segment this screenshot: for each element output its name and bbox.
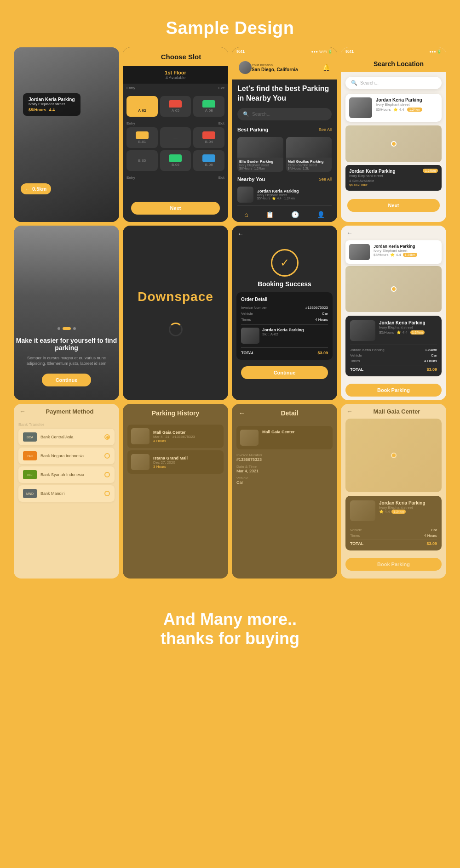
bsi-radio[interactable] xyxy=(104,472,110,477)
continue-btn[interactable]: Continue xyxy=(42,374,92,386)
map-detail-back[interactable]: ← xyxy=(346,229,353,237)
next-btn-container: Next xyxy=(123,194,228,222)
search-icon: 🔍 xyxy=(243,111,249,117)
search-bar[interactable]: 🔍 Search... xyxy=(237,108,332,120)
search-next-btn[interactable]: Next xyxy=(347,199,440,212)
screen-ar-view: Jordan Keria Parking Ivory Elephant stre… xyxy=(14,47,119,222)
mandiri-logo: MND xyxy=(23,489,37,498)
slot-next-btn[interactable]: Next xyxy=(131,202,220,215)
nav-clock-icon[interactable]: 🕐 xyxy=(291,211,299,218)
slot-b08[interactable]: B-08 xyxy=(193,150,224,171)
history-item-1[interactable]: Mall Gaia Center Mar 4, '21 #1336675323 … xyxy=(127,425,224,448)
booking-success-title: Booking Success xyxy=(232,280,337,288)
nav-profile-icon[interactable]: 👤 xyxy=(317,211,325,218)
detail-times-row: Times 4 Hours xyxy=(350,359,437,363)
invoice-field-label: Invoice Number xyxy=(236,453,333,457)
nav-search-icon[interactable]: 📋 xyxy=(266,211,274,218)
bni-radio[interactable] xyxy=(104,453,110,459)
floor-info: 1st Floor 4 Available xyxy=(123,66,228,84)
mall-back-icon[interactable]: ← xyxy=(346,408,353,415)
map-pin-2 xyxy=(391,286,397,292)
payment-mandiri[interactable]: MND Bank Mandiri xyxy=(18,485,115,502)
screen-search-location: 9:41 ●●● 🔋 ← Search Location 🔍 Search...… xyxy=(341,47,446,222)
invoice-row: Invoice Number #1336675523 xyxy=(241,306,328,310)
mall-park-name: Jordan Keria Parking xyxy=(379,500,426,505)
booking-continue-btn[interactable]: Continue xyxy=(241,366,328,379)
detail-rows: Jordan Keria Parking 1.24km Vehicle Car … xyxy=(350,345,437,372)
history-name-2: Istana Grand Mall xyxy=(153,456,220,460)
mall-book-btn[interactable]: Book Parking xyxy=(345,558,442,571)
detail-vehicle-value: Car xyxy=(431,353,437,357)
search-next-btn-container: Next xyxy=(341,193,446,217)
nearby-see-all[interactable]: See All xyxy=(319,177,332,182)
best-see-all[interactable]: See All xyxy=(319,127,332,132)
result-thumb-1 xyxy=(349,97,372,118)
detail-card-header: Jordan Keria Parking Ivory Elephant stre… xyxy=(350,320,437,341)
slot-back-btn[interactable]: ← xyxy=(130,53,136,61)
notification-icon[interactable]: 🔔 xyxy=(322,64,330,71)
payment-bsi[interactable]: BSI Bank Syariah Indonesia xyxy=(18,466,115,483)
nearby-item-1[interactable]: Jordan Keria Parking Ivory Elephant stre… xyxy=(237,184,332,206)
mall-vehicle-row: Vehicle Car xyxy=(350,528,437,532)
slot-a02[interactable]: A-02 xyxy=(126,96,158,117)
nav-home-icon[interactable]: ⌂ xyxy=(244,211,248,218)
footer-text-1: And Many more.. xyxy=(9,610,451,629)
slot-title: Choose Slot xyxy=(141,53,221,61)
history-date-2: Dec 27, 2020 xyxy=(153,460,220,465)
search-result-1[interactable]: Jordan Keria Parking Ivory Elephant stre… xyxy=(345,94,442,122)
mall-times-row: Times 4 Hours xyxy=(350,533,437,538)
bottom-nav: ⌂ 📋 🕐 👤 xyxy=(232,207,337,222)
slot-b06[interactable]: B-06 xyxy=(160,150,191,171)
screen-onboarding: Make it easier for yourself to find park… xyxy=(14,226,119,400)
detail-vehicle-field: Vehicle Car xyxy=(236,476,333,485)
booking-header: ← xyxy=(232,226,337,242)
search-input-container[interactable]: 🔍 Search... xyxy=(345,77,442,89)
screen-mall-map: ← Mall Gaia Center Jordan Keria Parking … xyxy=(341,404,446,579)
parking-card-2[interactable]: Mall Gozilas Parking Elizan Garden stree… xyxy=(286,137,332,172)
payment-section-label: Bank Transfer xyxy=(18,422,115,427)
order-detail-section: Order Detail Invoice Number #1336675523 … xyxy=(236,292,333,360)
payment-bca[interactable]: BCA Bank Central Asia xyxy=(18,429,115,445)
detail-thumb xyxy=(350,320,375,341)
parking-card-1[interactable]: Elia Garder Parking Ivory Elephant stree… xyxy=(237,137,283,172)
parking-cards: Elia Garder Parking Ivory Elephant stree… xyxy=(237,137,332,172)
detail-back-btn[interactable]: ← xyxy=(239,409,245,417)
history-item-2[interactable]: Istana Grand Mall Dec 27, 2020 3 Hours xyxy=(127,450,224,474)
mandiri-radio[interactable] xyxy=(104,491,110,496)
history-duration-2: 3 Hours xyxy=(153,465,220,469)
search-back-btn[interactable]: ← xyxy=(346,60,353,68)
booking-continue-container: Continue xyxy=(232,360,337,383)
slot-b04[interactable]: B-04 xyxy=(193,127,224,148)
slot-empty[interactable]: — xyxy=(160,127,191,148)
bca-logo: BCA xyxy=(23,432,37,442)
detail-vehicle-label2: Vehicle xyxy=(236,476,333,480)
search-input-icon: 🔍 xyxy=(351,80,357,86)
slot-b05[interactable]: B-05 xyxy=(126,150,158,171)
bca-radio[interactable] xyxy=(104,434,110,440)
find-status-bar: 9:41 ●●●WiFi🔋 xyxy=(232,47,337,56)
booking-back-btn[interactable]: ← xyxy=(237,230,244,238)
mall-result-card[interactable]: Jordan Keria Parking Ivory Elephant stre… xyxy=(345,496,442,550)
search-status-bar: 9:41 ●●● 🔋 xyxy=(341,47,446,56)
slot-grid[interactable]: A-02 A-05 A-08 xyxy=(123,92,228,120)
slot-grid-2[interactable]: B-01 — B-04 B-05 B-06 xyxy=(123,126,228,175)
payment-back-icon[interactable]: ← xyxy=(19,408,26,415)
detail-header-bar: ← Detail xyxy=(232,404,337,422)
dark-result-dist: 1.24km xyxy=(423,169,438,173)
screen-choose-slot: ← Choose Slot 1st Floor 4 Available Entr… xyxy=(123,47,228,222)
slot-b01[interactable]: B-01 xyxy=(126,127,158,148)
slot-a08[interactable]: A-08 xyxy=(193,96,224,117)
find-city: San Diego, California xyxy=(252,67,322,72)
parking-img-1 xyxy=(237,137,283,158)
payment-bni[interactable]: BNI Bank Negara Indonesia xyxy=(18,448,115,464)
best-parking-title: Best Parking xyxy=(237,127,268,132)
detail-vehicle-value2: Car xyxy=(236,480,333,485)
dark-result-card[interactable]: Jordan Keria Parking Ivory Elephant stre… xyxy=(345,165,442,191)
dot-2 xyxy=(63,327,71,330)
detail-times-value: 4 Hours xyxy=(424,359,437,363)
book-parking-btn[interactable]: Book Parking xyxy=(345,384,442,397)
vehicle-row: Vehicle Car xyxy=(241,312,328,316)
slot-a05[interactable]: A-05 xyxy=(160,96,191,117)
top-result[interactable]: Jordan Keria Parking Ivory Elephant stre… xyxy=(345,240,442,264)
total-value: $3.09 xyxy=(317,351,328,355)
